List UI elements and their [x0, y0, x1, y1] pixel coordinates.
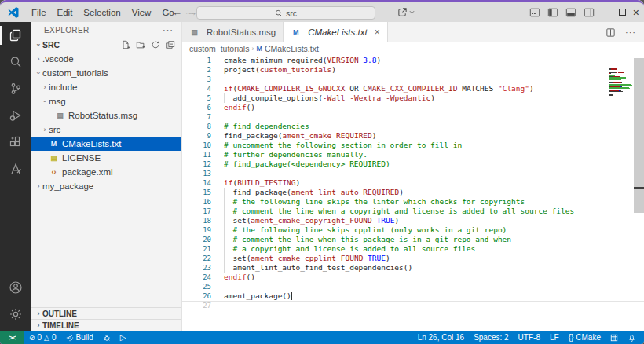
editor-more-actions-icon[interactable]: ··· — [625, 27, 636, 37]
tree-item--vscode[interactable]: ›.vscode — [31, 52, 181, 66]
cmake-debug-button[interactable] — [98, 331, 115, 344]
cmake-build-button[interactable]: Build — [61, 331, 98, 344]
code-line-18[interactable]: 18 set(ament_cmake_copyright_FOUND TRUE) — [182, 216, 644, 225]
command-center-search[interactable]: src — [196, 6, 375, 20]
tree-item-msg[interactable]: ›msg — [31, 94, 181, 108]
line-number: 13 — [182, 169, 224, 178]
indentation-setting[interactable]: Spaces: 2 — [469, 331, 513, 344]
code-line-14[interactable]: 14if(BUILD_TESTING) — [182, 178, 644, 188]
notifications-bell-icon[interactable] — [623, 331, 638, 344]
code-line-5[interactable]: 5 add_compile_options(-Wall -Wextra -Wpe… — [182, 93, 644, 103]
menu-edit[interactable]: Edit — [52, 2, 79, 22]
toggle-panel-icon[interactable] — [565, 7, 576, 18]
activitybar-source-control-icon[interactable] — [0, 75, 31, 102]
tree-item-custom-tutorials[interactable]: ›custom_tutorials — [31, 66, 181, 80]
code-line-7[interactable]: 7 — [182, 112, 644, 122]
code-line-4[interactable]: 4if(CMAKE_COMPILER_IS_GNUCXX OR CMAKE_CX… — [182, 84, 644, 93]
code-line-19[interactable]: 19 # the following line skips cpplint (o… — [182, 225, 644, 235]
line-number: 23 — [182, 263, 224, 273]
toggle-primary-sidebar-icon[interactable] — [547, 7, 558, 18]
code-content[interactable]: 1cmake_minimum_required(VERSION 3.8)2pro… — [182, 56, 644, 310]
tab-close-icon[interactable]: × — [375, 27, 380, 38]
code-line-26[interactable]: 26ament_package() — [182, 291, 644, 301]
code-line-24[interactable]: 24endif() — [182, 273, 644, 282]
breadcrumb-file[interactable]: CMakeLists.txt — [265, 44, 319, 53]
tree-item-cmakelists-txt[interactable]: MCMakeLists.txt — [31, 137, 181, 151]
code-line-1[interactable]: 1cmake_minimum_required(VERSION 3.8) — [182, 56, 644, 65]
activitybar-settings-gear-icon[interactable] — [0, 301, 31, 328]
code-line-15[interactable]: 15 find_package(ament_lint_auto REQUIRED… — [182, 188, 644, 197]
collapse-folders-icon[interactable] — [166, 40, 175, 49]
new-folder-icon[interactable] — [136, 40, 145, 49]
minimap[interactable] — [609, 68, 632, 97]
new-file-icon[interactable] — [121, 40, 130, 49]
activitybar-run-debug-icon[interactable] — [0, 102, 31, 129]
launch-profile-button[interactable] — [397, 7, 415, 17]
menu-file[interactable]: File — [26, 2, 52, 22]
code-line-8[interactable]: 8# find dependencies — [182, 122, 644, 131]
code-line-10[interactable]: 10# uncomment the following section in o… — [182, 141, 644, 150]
window-maximize-button[interactable] — [619, 9, 626, 16]
tree-item-my-package[interactable]: ›my_package — [31, 179, 181, 193]
code-line-27[interactable]: 27 — [182, 301, 644, 310]
code-line-23[interactable]: 23 ament_lint_auto_find_test_dependencie… — [182, 263, 644, 273]
status-bar: >< ⊘ 0 △ 0 Build ▷ Ln 26, Col 16 Spaces:… — [0, 331, 644, 344]
code-line-2[interactable]: 2project(custom_tutorials) — [182, 65, 644, 75]
customize-layout-icon[interactable] — [529, 7, 540, 18]
vertical-scrollbar[interactable] — [634, 58, 644, 213]
refresh-icon[interactable] — [151, 40, 160, 49]
language-mode[interactable]: {} CMake — [564, 331, 606, 344]
code-line-20[interactable]: 20 # comment the line when this package … — [182, 235, 644, 244]
split-editor-icon[interactable] — [606, 27, 616, 38]
toggle-secondary-sidebar-icon[interactable] — [584, 7, 595, 18]
code-line-6[interactable]: 6endif() — [182, 103, 644, 112]
back-arrow-icon[interactable]: ← — [172, 6, 182, 18]
code-line-22[interactable]: 22 set(ament_cmake_cpplint_FOUND TRUE) — [182, 254, 644, 263]
code-line-12[interactable]: 12# find_package(<dependency> REQUIRED) — [182, 159, 644, 169]
tree-item-include[interactable]: ›include — [31, 80, 181, 94]
window-minimize-button[interactable]: – — [606, 6, 612, 18]
code-line-21[interactable]: 21 # a copyright and license is added to… — [182, 244, 644, 254]
activitybar-search-icon[interactable] — [0, 49, 31, 75]
extension-status-grid-icon[interactable] — [606, 331, 623, 344]
line-number: 27 — [182, 301, 224, 310]
code-line-16[interactable]: 16 # the following line skips the linter… — [182, 197, 644, 207]
encoding-setting[interactable]: UTF-8 — [514, 331, 545, 344]
code-line-13[interactable]: 13 — [182, 169, 644, 178]
breadcrumb-folder[interactable]: custom_tutorials — [189, 44, 249, 53]
activitybar-extensions-icon[interactable] — [0, 129, 31, 156]
problems-indicator[interactable]: ⊘ 0 △ 0 — [24, 331, 61, 344]
cmake-launch-button[interactable]: ▷ — [115, 331, 131, 344]
remote-indicator[interactable]: >< — [0, 331, 24, 344]
outline-section[interactable]: › OUTLINE — [31, 307, 181, 319]
error-icon: ⊘ — [29, 334, 35, 342]
line-number: 25 — [182, 282, 224, 291]
tree-item-src[interactable]: ›src — [31, 123, 181, 137]
menu-view[interactable]: View — [126, 2, 157, 22]
tree-item-label: include — [49, 82, 77, 92]
cursor-position[interactable]: Ln 26, Col 16 — [413, 331, 470, 344]
tree-item-package-xml[interactable]: ‹›package.xml — [31, 165, 181, 179]
activitybar-explorer-icon[interactable] — [0, 22, 31, 49]
sidebar-section-src[interactable]: › SRC — [31, 38, 181, 52]
code-line-9[interactable]: 9find_package(ament_cmake REQUIRED) — [182, 131, 644, 141]
code-line-17[interactable]: 17 # comment the line when a copyright a… — [182, 207, 644, 216]
indent-guide — [224, 235, 225, 244]
play-icon: ▷ — [120, 333, 126, 342]
code-line-3[interactable]: 3 — [182, 75, 644, 84]
timeline-section[interactable]: › TIMELINE — [31, 319, 181, 331]
code-line-25[interactable]: 25 — [182, 282, 644, 291]
tree-item-license[interactable]: ▤LICENSE — [31, 151, 181, 165]
activitybar-flag-extension-icon[interactable] — [0, 156, 31, 182]
sidebar-more-actions-icon[interactable]: ··· — [163, 25, 174, 35]
activitybar-accounts-icon[interactable] — [0, 274, 31, 301]
tab-bar: ▤ RobotStatus.msg M CMakeLists.txt × ··· — [182, 22, 644, 42]
eol-setting[interactable]: LF — [545, 331, 564, 344]
tree-item-label: RobotStatus.msg — [68, 111, 137, 120]
menu-selection[interactable]: Selection — [78, 2, 126, 22]
tree-item-robotstatus-msg[interactable]: ▤RobotStatus.msg — [31, 108, 181, 123]
code-line-11[interactable]: 11# further dependencies manually. — [182, 150, 644, 159]
tab-cmakelists-txt[interactable]: M CMakeLists.txt × — [284, 22, 387, 42]
window-close-button[interactable]: × — [633, 6, 639, 19]
tab-robotstatus-msg[interactable]: ▤ RobotStatus.msg — [182, 22, 284, 42]
